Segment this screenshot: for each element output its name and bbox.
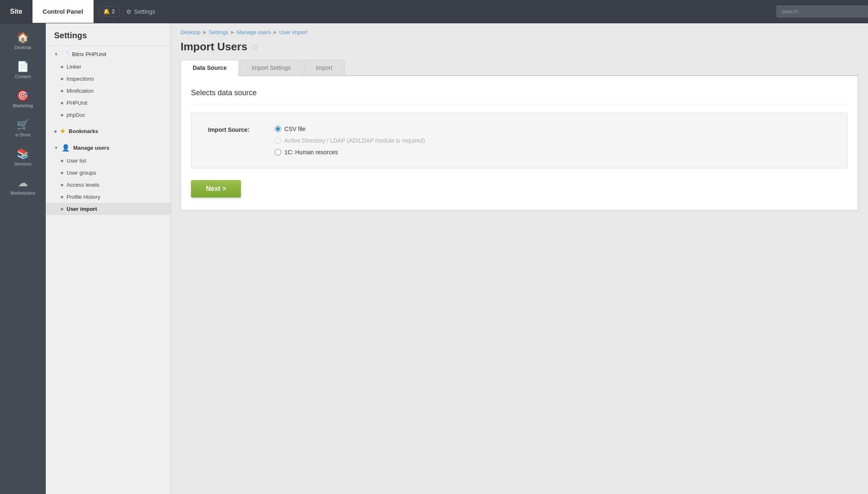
- import-source-box: Import Source: CSV file Active Directory…: [191, 113, 848, 168]
- breadcrumb: Desktop ▶ Settings ▶ Manage users ▶ User…: [171, 23, 868, 39]
- sidebar-item-inspections[interactable]: Inspections: [46, 73, 170, 85]
- breadcrumb-manage-users[interactable]: Manage users: [237, 29, 271, 35]
- sidebar-section-manage-users: ▼ 👤 Manage users User list User groups A…: [46, 139, 170, 217]
- chevron-down-icon: ▼: [54, 52, 58, 57]
- radio-1c[interactable]: [275, 149, 281, 156]
- sidebar-group-bookmarks-label: Bookmarks: [69, 128, 98, 134]
- sidebar-item-phpdoc-label: phpDoc: [67, 112, 85, 118]
- settings-link[interactable]: ⚙ Settings: [126, 8, 155, 15]
- sidebar-item-marketplace[interactable]: ☁ Marketplace: [0, 172, 46, 201]
- nav-services-label: Services: [14, 161, 32, 166]
- sidebar-item-inspections-label: Inspections: [67, 76, 94, 82]
- app-body: 🏠 Desktop 📄 Content 🎯 Marketing 🛒 e-Stor…: [0, 23, 868, 494]
- sidebar-item-phpdoc[interactable]: phpDoc: [46, 109, 170, 121]
- bullet-icon: [61, 196, 63, 198]
- page-title: Import Users: [181, 40, 247, 53]
- bullet-icon: [61, 102, 63, 104]
- breadcrumb-desktop[interactable]: Desktop: [181, 29, 201, 35]
- breadcrumb-user-import[interactable]: User import: [279, 29, 307, 35]
- section-title: Selects data source: [191, 89, 848, 104]
- radio-option-ldap[interactable]: Active Directory / LDAP (AD/LDAP module …: [275, 137, 425, 144]
- notification-icon: 🔔: [103, 8, 110, 15]
- settings-label: Settings: [134, 8, 155, 15]
- sidebar-item-phpunit[interactable]: PHPUnit: [46, 97, 170, 109]
- sidebar-item-profile-history[interactable]: Profile History: [46, 191, 170, 203]
- sidebar-item-phpunit-label: PHPUnit: [67, 100, 87, 106]
- bullet-icon: [61, 184, 63, 186]
- estore-icon: 🛒: [17, 120, 29, 130]
- sidebar-item-access-levels-label: Access levels: [67, 182, 99, 188]
- sidebar-title: Settings: [46, 23, 170, 46]
- radio-1c-label: 1C: Human resorces: [285, 149, 338, 156]
- sidebar-item-user-list[interactable]: User list: [46, 155, 170, 167]
- nav-content-label: Content: [15, 74, 31, 79]
- sidebar-item-content[interactable]: 📄 Content: [0, 56, 46, 85]
- home-icon: 🏠: [17, 32, 29, 42]
- notification-badge[interactable]: 🔔 2: [99, 6, 119, 17]
- document-icon: 📄: [62, 51, 69, 57]
- next-button[interactable]: Next >: [191, 180, 241, 198]
- services-icon: 📚: [17, 149, 29, 159]
- bullet-icon: [61, 160, 63, 162]
- main-content: Desktop ▶ Settings ▶ Manage users ▶ User…: [171, 23, 868, 494]
- radio-option-1c[interactable]: 1C: Human resorces: [275, 149, 425, 156]
- tab-import[interactable]: Import: [304, 60, 345, 75]
- sidebar-item-desktop[interactable]: 🏠 Desktop: [0, 27, 46, 56]
- content-icon: 📄: [17, 62, 29, 72]
- user-icon: 👤: [62, 144, 70, 152]
- breadcrumb-sep-1: ▶: [203, 30, 206, 35]
- sidebar-item-user-groups-label: User groups: [67, 170, 96, 176]
- control-panel-tab[interactable]: Control Panel: [32, 0, 94, 23]
- radio-option-csv[interactable]: CSV file: [275, 126, 425, 132]
- radio-group: CSV file Active Directory / LDAP (AD/LDA…: [275, 126, 425, 156]
- breadcrumb-settings[interactable]: Settings: [209, 29, 228, 35]
- sidebar-item-minification-label: Minification: [67, 88, 94, 94]
- search-input[interactable]: [776, 5, 868, 17]
- sidebar-item-estore[interactable]: 🛒 e-Store: [0, 114, 46, 143]
- sidebar-group-manage-users-label: Manage users: [73, 145, 109, 151]
- sidebar: Settings ▼ 📄 Bitrix PHPUnit Linker Inspe…: [46, 23, 171, 494]
- bullet-icon: [61, 172, 63, 174]
- nav-marketing-label: Marketing: [13, 103, 33, 108]
- bullet-icon: [61, 114, 63, 116]
- import-source-label: Import Source:: [208, 126, 250, 133]
- bullet-icon-bookmarks: ■: [54, 129, 57, 133]
- sidebar-group-bitrix[interactable]: ▼ 📄 Bitrix PHPUnit: [46, 47, 170, 61]
- bullet-icon: [61, 78, 63, 80]
- tab-data-source[interactable]: Data Source: [181, 60, 239, 76]
- chevron-down-icon-users: ▼: [54, 146, 58, 150]
- sidebar-item-user-import-label: User import: [67, 206, 97, 212]
- sidebar-item-services[interactable]: 📚 Services: [0, 143, 46, 172]
- sidebar-item-marketing[interactable]: 🎯 Marketing: [0, 85, 46, 114]
- nav-desktop-label: Desktop: [15, 45, 31, 50]
- radio-ldap[interactable]: [275, 137, 281, 144]
- sidebar-item-user-import[interactable]: User import: [46, 203, 170, 215]
- sidebar-item-minification[interactable]: Minification: [46, 85, 170, 97]
- tab-import-settings[interactable]: Import Settings: [240, 60, 303, 75]
- favorite-button[interactable]: ☆: [251, 42, 259, 52]
- bullet-icon: [61, 66, 63, 68]
- breadcrumb-sep-2: ▶: [231, 30, 234, 35]
- sidebar-group-manage-users[interactable]: ▼ 👤 Manage users: [46, 141, 170, 155]
- sidebar-item-linker[interactable]: Linker: [46, 61, 170, 73]
- search-area: [776, 5, 868, 17]
- radio-csv[interactable]: [275, 126, 281, 132]
- topbar: Site Control Panel 🔔 2 ⚙ Settings: [0, 0, 868, 23]
- sidebar-item-linker-label: Linker: [67, 64, 81, 70]
- site-label: Site: [10, 8, 22, 15]
- sidebar-item-profile-history-label: Profile History: [67, 194, 100, 200]
- control-panel-label: Control Panel: [42, 8, 83, 15]
- gear-icon: ⚙: [126, 8, 131, 15]
- sidebar-item-access-levels[interactable]: Access levels: [46, 179, 170, 191]
- sidebar-group-bookmarks[interactable]: ■ ★ Bookmarks: [46, 124, 170, 137]
- sidebar-section-bitrix: ▼ 📄 Bitrix PHPUnit Linker Inspections Mi…: [46, 46, 170, 123]
- left-nav: 🏠 Desktop 📄 Content 🎯 Marketing 🛒 e-Stor…: [0, 23, 46, 494]
- sidebar-item-user-list-label: User list: [67, 158, 86, 164]
- site-tab[interactable]: Site: [0, 0, 32, 23]
- bullet-icon: [61, 90, 63, 92]
- breadcrumb-sep-3: ▶: [273, 30, 277, 35]
- sidebar-item-user-groups[interactable]: User groups: [46, 167, 170, 179]
- content-panel: Selects data source Import Source: CSV f…: [181, 76, 858, 210]
- tab-bar: Data Source Import Settings Import: [181, 60, 858, 76]
- radio-ldap-label: Active Directory / LDAP (AD/LDAP module …: [285, 137, 425, 144]
